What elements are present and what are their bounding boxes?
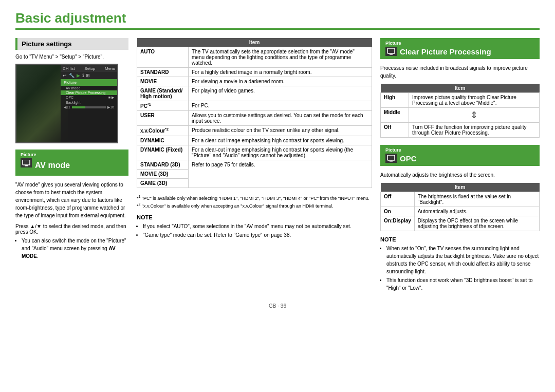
tv-menu-icon-row: ↩ 🔧 ▶ ℹ ⊞ xyxy=(61,72,117,79)
footnotes: *1 "PC" is available only when selecting… xyxy=(137,194,372,210)
opc-tv-icon-svg xyxy=(387,155,395,162)
backlight-slider-row: ◀11 ▶16 xyxy=(61,105,117,110)
tv-menu-item-cpp: Clear Picture Processing xyxy=(61,90,117,95)
av-mode-table: Item AUTO The TV automatically sets the … xyxy=(137,38,372,188)
note-section: NOTE If you select "AUTO", some selectio… xyxy=(137,214,372,239)
opc-row-off-desc: The brightness is fixed at the value set… xyxy=(414,192,539,207)
cpp-row-high-label: High xyxy=(381,93,409,108)
svg-rect-3 xyxy=(387,48,395,53)
slider-fill xyxy=(72,106,86,108)
banner-title-row: AV mode xyxy=(21,158,70,173)
tv-menu-mockup: CH list Setup Menu ↩ 🔧 ▶ ℹ ⊞ Picture AV … xyxy=(15,64,118,143)
menu-tab-setup: Setup xyxy=(84,66,95,71)
note-right-item-1: When set to "On", the TV senses the surr… xyxy=(386,245,540,275)
opc-label: OPC xyxy=(66,96,73,100)
row-desc-3d: Refer to page 75 for details. xyxy=(189,160,372,188)
opc-tv-icon xyxy=(385,154,397,163)
note-right-list: When set to "On", the TV senses the surr… xyxy=(380,245,540,292)
note-item-2: "Game type" mode can be set. Refer to "G… xyxy=(143,231,372,239)
opc-picture-label: Picture xyxy=(385,148,401,153)
slider-bar xyxy=(72,106,106,108)
av-mode-description: "AV mode" gives you several viewing opti… xyxy=(15,181,128,219)
opc-row-on-label: On xyxy=(381,207,415,216)
slider-max: ▶16 xyxy=(107,105,114,109)
tv-menu-item-avmode: AV mode xyxy=(61,86,117,90)
av-table-header: Item xyxy=(137,38,372,47)
tv-menu-items: Picture AV mode Clear Picture Processing… xyxy=(61,79,117,110)
table-row: Off Turn OFF the function for improving … xyxy=(381,123,540,138)
row-label-game: GAME (Standard/High motion) xyxy=(137,86,189,101)
row-desc-xvcolour: Produce realistic colour on the TV scree… xyxy=(189,126,372,136)
row-desc-game: For playing of video games. xyxy=(189,86,372,101)
bullet-item-1: You can also switch the mode on the "Pic… xyxy=(22,237,128,260)
table-row: USER Allows you to customise settings as… xyxy=(137,111,372,126)
row-desc-standard: For a highly defined image in a normally… xyxy=(189,68,372,77)
row-label-dynamic-fixed: DYNAMIC (Fixed) xyxy=(137,145,189,160)
table-row: STANDARD (3D) Refer to page 75 for detai… xyxy=(137,160,372,169)
row-label-movie: MOVIE xyxy=(137,77,189,86)
setup-instruction: Go to "TV Menu" > "Setup" > "Picture". xyxy=(15,54,128,60)
icon-tools1: 🔧 xyxy=(69,73,75,78)
tv-menu-bg xyxy=(16,65,68,143)
icon-back: ↩ xyxy=(63,73,67,78)
cpp-table: Item High Improves picture quality throu… xyxy=(380,84,540,138)
note-list: If you select "AUTO", some selections in… xyxy=(137,222,372,239)
table-row: x.v.Colour*2 Produce realistic colour on… xyxy=(137,126,372,136)
middle-column: Item AUTO The TV automatically sets the … xyxy=(137,38,372,293)
opc-table-body: Off The brightness is fixed at the value… xyxy=(381,192,540,231)
cpp-tv-icon xyxy=(385,47,397,56)
slider-min: ◀11 xyxy=(64,105,70,109)
table-row: Off The brightness is fixed at the value… xyxy=(381,192,540,207)
cpp-row-middle-label: Middle xyxy=(381,108,409,123)
cpp-banner-left: Picture Clear Picture Processing xyxy=(385,41,491,56)
row-label-game3d: GAME (3D) xyxy=(137,178,189,188)
row-desc-movie: For viewing a movie in a darkened room. xyxy=(189,77,372,86)
note-title: NOTE xyxy=(137,214,372,220)
table-row: PC*1 For PC. xyxy=(137,101,372,111)
cpp-row-high-desc: Improves picture quality through Clear P… xyxy=(409,93,540,108)
opc-value: ■ ▶ xyxy=(108,96,114,100)
opc-row-off-label: Off xyxy=(381,192,415,207)
tv-icon-svg xyxy=(22,160,30,166)
tv-menu-item-opc: OPC ■ ▶ xyxy=(61,95,117,100)
svg-rect-6 xyxy=(387,155,395,160)
cpp-title: Clear Picture Processing xyxy=(400,47,491,56)
table-row: GAME (Standard/High motion) For playing … xyxy=(137,86,372,101)
cpp-row-off-desc: Turn OFF the function for improving pict… xyxy=(409,123,540,138)
svg-rect-1 xyxy=(25,165,28,166)
av-table-body: AUTO The TV automatically sets the appro… xyxy=(137,47,372,188)
av-mode-bullets: You can also switch the mode on the "Pic… xyxy=(15,237,128,260)
updown-arrow-icon: ⇕ xyxy=(470,109,478,121)
note-item-1: If you select "AUTO", some selections in… xyxy=(143,222,372,230)
cpp-row-off-label: Off xyxy=(381,123,409,138)
opc-description: Automatically adjusts the brightness of … xyxy=(380,171,540,179)
cpp-title-row: Clear Picture Processing xyxy=(385,47,491,56)
cpp-tv-icon-svg xyxy=(387,48,395,55)
press-instruction: Press ▲/▼ to select the desired mode, an… xyxy=(15,223,128,235)
table-row: High Improves picture quality through Cl… xyxy=(381,93,540,108)
opc-row-ondisplay-desc: Displays the OPC effect on the screen wh… xyxy=(414,216,539,231)
opc-title-row: OPC xyxy=(385,154,417,163)
svg-rect-0 xyxy=(23,160,30,165)
note-right-section: NOTE When set to "On", the TV senses the… xyxy=(380,236,540,292)
opc-banner-left: Picture OPC xyxy=(385,148,417,163)
tv-menu-item-backlight: Backlight xyxy=(61,100,117,105)
tv-menu-header: CH list Setup Menu xyxy=(61,65,117,72)
cpp-description: Processes noise included in broadcast si… xyxy=(380,64,540,80)
av-mode-title: AV mode xyxy=(35,161,70,170)
table-row: On Automatically adjusts. xyxy=(381,207,540,216)
icon-format: ⊞ xyxy=(86,73,90,78)
opc-row-on-desc: Automatically adjusts. xyxy=(414,207,539,216)
tv-menu-item-picture: Picture xyxy=(61,79,117,86)
icon-info: ℹ xyxy=(82,73,84,78)
row-label-dynamic: DYNAMIC xyxy=(137,136,189,145)
section-title: Picture settings xyxy=(15,38,128,50)
opc-row-ondisplay-label: On:Display xyxy=(381,216,415,231)
row-label-movie3d: MOVIE (3D) xyxy=(137,169,189,178)
cpp-banner: Picture Clear Picture Processing xyxy=(380,38,540,59)
table-row: On:Display Displays the OPC effect on th… xyxy=(381,216,540,231)
banner-left: Picture AV mode xyxy=(21,153,70,173)
page-number: GB · 36 xyxy=(15,303,540,309)
table-row: MOVIE For viewing a movie in a darkened … xyxy=(137,77,372,86)
table-row: Middle ⇕ xyxy=(381,108,540,123)
